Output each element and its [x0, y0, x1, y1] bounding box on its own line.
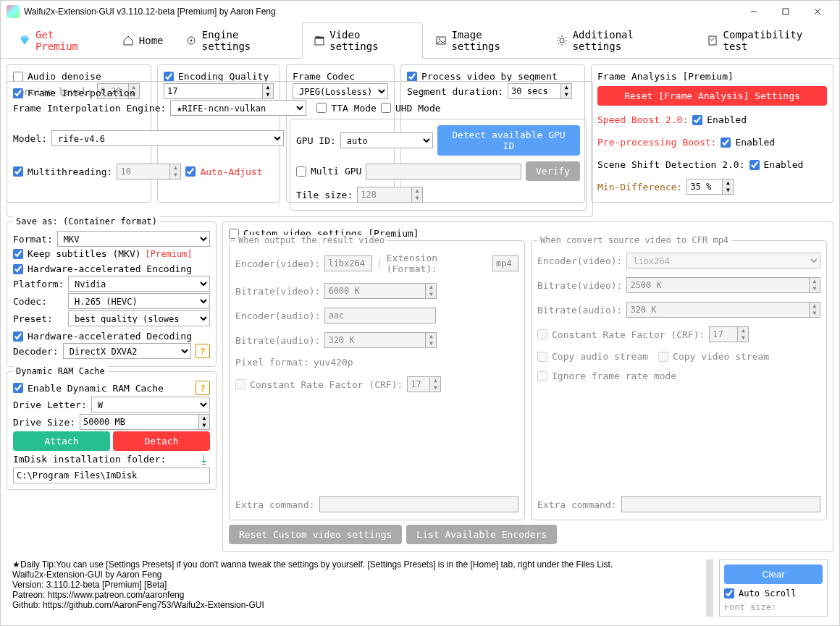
imdisk-path-input[interactable] [13, 468, 210, 483]
tab-get-premium[interactable]: Get Premium [8, 22, 110, 58]
daily-tip: ★Daily Tip:You can use [Settings Presets… [12, 559, 700, 570]
decoder-select[interactable]: DirectX DXVA2 [63, 343, 191, 359]
svg-rect-8 [315, 38, 324, 45]
tab-engine-settings[interactable]: Engine settings [175, 22, 301, 58]
clear-log-button[interactable]: Clear [724, 564, 823, 584]
help-icon[interactable]: ? [196, 381, 210, 395]
enc-video-input[interactable] [324, 255, 372, 271]
svg-marker-5 [20, 35, 29, 38]
copy-video-checkbox[interactable] [658, 352, 668, 362]
tab-home[interactable]: Home [112, 22, 174, 58]
download-icon[interactable]: ⭳ [198, 452, 210, 466]
cfr-enc-video-select[interactable]: libx264 [626, 253, 820, 268]
output-group: When output the result video Encoder(vid… [229, 240, 525, 520]
tta-mode-checkbox[interactable] [316, 103, 327, 113]
tile-size-input[interactable] [357, 187, 412, 203]
cfr-enc-video-label: Encoder(video): [537, 255, 622, 266]
custom-video-group: Custom video settings [Premium] When out… [222, 221, 833, 552]
drive-size-input[interactable] [80, 414, 199, 430]
process-segment-checkbox[interactable] [407, 72, 417, 82]
extension-input[interactable] [492, 255, 518, 271]
minimize-button[interactable] [738, 1, 770, 22]
tile-size-label: Tile size: [296, 190, 353, 200]
reset-custom-video-button[interactable]: Reset Custom video settings [229, 525, 402, 544]
bitrate-video-input[interactable] [324, 283, 426, 299]
hw-encoding-label: Hardware-accelerated Encoding [28, 263, 192, 274]
interp-engine-select[interactable]: ★RIFE-ncnn-vulkan [170, 100, 306, 116]
speed-boost-checkbox[interactable] [692, 115, 702, 125]
multi-gpu-checkbox[interactable] [296, 166, 306, 177]
detect-gpu-button[interactable]: Detect available GPU ID [437, 125, 580, 156]
help-icon[interactable]: ? [196, 344, 210, 358]
audio-denoise-checkbox[interactable] [13, 72, 23, 82]
cfr-crf-input[interactable] [709, 326, 738, 342]
auto-scroll-checkbox[interactable] [724, 588, 734, 598]
tab-compatibility-test[interactable]: Compatibility test [696, 22, 839, 58]
encoding-quality-checkbox[interactable] [164, 72, 174, 82]
enc-audio-input[interactable] [324, 308, 436, 323]
cfr-bitrate-video-input[interactable] [626, 277, 810, 293]
crf-input[interactable] [407, 376, 430, 392]
maximize-button[interactable] [770, 1, 802, 22]
reset-frame-analysis-button[interactable]: Reset [Frame Analysis] Settings [597, 86, 827, 106]
ram-cache-group: Dynamic RAM Cache Enable Dynamic RAM Cac… [7, 371, 217, 490]
frame-interpolation-checkbox[interactable] [13, 88, 23, 98]
speed-boost-label: Speed Boost 2.0: [597, 114, 688, 125]
audio-denoise-label: Audio denoise [28, 71, 101, 82]
multithreading-checkbox[interactable] [13, 166, 23, 177]
platform-select[interactable]: Nvidia [68, 276, 210, 292]
tab-additional-settings[interactable]: Additional settings [545, 22, 694, 58]
cfr-crf-checkbox[interactable] [537, 329, 547, 339]
clapperboard-icon [313, 34, 325, 47]
cfr-bitrate-audio-input[interactable] [626, 302, 810, 318]
cfr-legend: When convert source video to CFR mp4 [537, 235, 731, 245]
app-icon [7, 5, 20, 18]
cfr-extra-cmd-input[interactable] [621, 496, 820, 512]
crf-checkbox[interactable] [235, 379, 245, 389]
uhd-mode-checkbox[interactable] [381, 103, 391, 113]
drive-letter-select[interactable]: W [91, 397, 210, 413]
uhd-mode-label: UHD Mode [395, 103, 441, 114]
tab-video-settings[interactable]: Video settings [302, 22, 423, 59]
hw-decoding-checkbox[interactable] [13, 331, 23, 342]
bitrate-audio-label: Bitrate(audio): [235, 335, 320, 346]
preset-select[interactable]: best quality (slowes [68, 310, 210, 326]
tta-mode-label: TTA Mode [331, 103, 377, 114]
enable-ram-cache-checkbox[interactable] [13, 383, 23, 393]
attach-button[interactable]: Attach [13, 431, 110, 451]
model-select[interactable]: rife-v4.6 [51, 130, 284, 146]
format-select[interactable]: MKV [57, 231, 210, 247]
tab-image-settings[interactable]: Image settings [424, 22, 544, 58]
auto-adjust-checkbox[interactable] [185, 166, 196, 177]
copy-video-label: Copy video stream [673, 351, 769, 362]
pixel-format-label: Pixel format: [235, 357, 309, 368]
multi-gpu-label: Multi GPU [311, 166, 361, 177]
detach-button[interactable]: Detach [113, 431, 210, 451]
gpu-id-label: GPU ID: [296, 135, 336, 146]
copy-audio-checkbox[interactable] [537, 352, 547, 362]
scene-shift-checkbox[interactable] [749, 160, 760, 170]
multithreading-input[interactable] [117, 164, 170, 179]
imdisk-folder-label: ImDisk installation folder: [13, 454, 166, 465]
enable-ram-cache-label: Enable Dynamic RAM Cache [28, 383, 164, 394]
hw-encoding-checkbox[interactable] [13, 264, 23, 274]
extra-cmd-input[interactable] [319, 496, 518, 512]
format-label: Format: [13, 234, 53, 245]
multi-gpu-field[interactable] [366, 164, 521, 179]
codec-select[interactable]: H.265 (HEVC) [68, 293, 210, 309]
frame-analysis-label: Frame Analysis [Premium] [597, 71, 734, 82]
verify-button[interactable]: Verify [526, 161, 580, 181]
extra-cmd-label: Extra command: [235, 499, 315, 510]
preprocess-boost-checkbox[interactable] [721, 138, 731, 148]
window-title: Waifu2x-Extension-GUI v3.110.12-beta [Pr… [24, 7, 276, 17]
min-difference-input[interactable] [686, 179, 723, 195]
bitrate-audio-input[interactable] [324, 332, 426, 348]
ignore-framerate-checkbox[interactable] [537, 371, 547, 381]
close-button[interactable] [802, 1, 833, 22]
list-encoders-button[interactable]: List Available Encoders [406, 525, 557, 544]
scrollbar[interactable] [706, 559, 713, 617]
interp-engine-label: Frame Interpolation Engine: [13, 103, 166, 114]
keep-subtitles-checkbox[interactable] [13, 249, 23, 259]
gpu-id-select[interactable]: auto [340, 132, 433, 148]
hw-decoding-label: Hardware-accelerated Decoding [28, 331, 192, 342]
